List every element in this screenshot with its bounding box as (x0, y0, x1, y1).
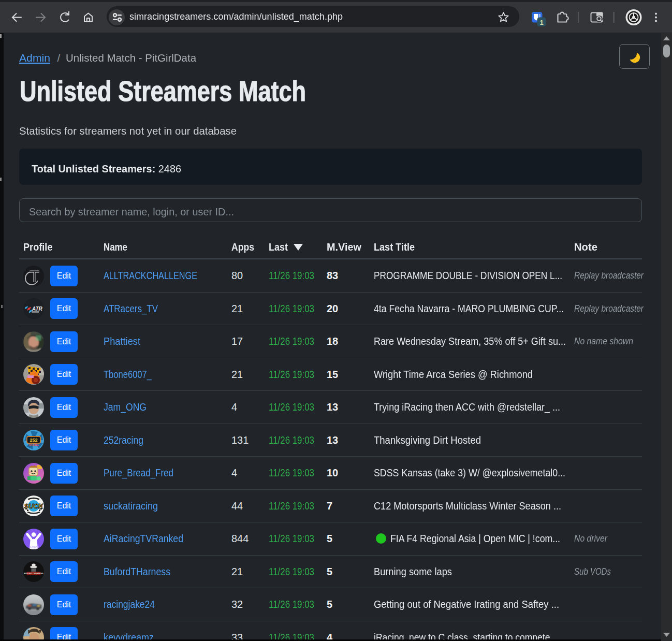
svg-text:252: 252 (30, 438, 37, 443)
svg-text:1: 1 (539, 19, 543, 26)
svg-text:Raci: Raci (30, 545, 39, 549)
svg-text:SUCK: SUCK (24, 502, 44, 510)
svg-text:BUFORD T HARNESS: BUFORD T HARNESS (24, 573, 43, 575)
svg-text:RACING: RACING (28, 443, 39, 446)
svg-text:ATR: ATR (32, 306, 43, 312)
